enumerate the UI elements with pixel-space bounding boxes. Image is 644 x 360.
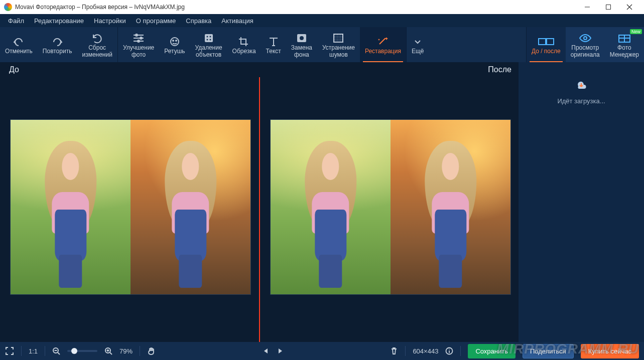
compare-divider[interactable] [259,77,260,342]
undo-button[interactable]: Отменить [0,27,38,62]
chevron-down-icon [413,35,422,48]
noise-label-1: Устранение [322,45,355,52]
svg-point-12 [176,40,177,41]
redo-icon [51,35,63,48]
remove-label-2: объектов [196,52,221,59]
svg-line-26 [379,38,385,44]
reset-changes-button[interactable]: Сброс изменений [77,27,117,62]
svg-line-34 [58,352,60,354]
svg-point-44 [449,349,450,350]
svg-marker-41 [279,348,282,353]
after-label: После [488,65,511,74]
titlebar: Movavi Фоторедактор – Пробная версия – I… [0,0,644,14]
redo-button[interactable]: Повторить [38,27,77,62]
svg-rect-28 [547,39,554,45]
more-button[interactable]: Ещё [407,27,429,62]
bg-label-2: фона [294,52,309,59]
reset-icon [91,32,103,45]
pan-hand-button[interactable] [147,346,156,355]
svg-point-15 [209,36,211,38]
menu-help[interactable]: Справка [181,16,216,26]
redo-label: Повторить [43,48,72,55]
undo-label: Отменить [5,48,33,55]
svg-point-7 [140,37,142,39]
crop-label: Обрезка [232,48,256,55]
before-image[interactable] [10,119,251,295]
after-image[interactable] [270,119,511,295]
status-bar: 1:1 79% 604×443 Сохранить Поделиться Куп… [0,342,644,360]
next-button[interactable] [277,347,284,354]
crop-icon [238,35,250,48]
zoom-slider[interactable] [67,350,97,352]
enhance-photo-button[interactable]: Улучшение фото [118,27,159,62]
retouch-button[interactable]: Ретушь [159,27,190,62]
manager-label-1: Фото [617,45,631,52]
minimize-button[interactable] [577,0,598,14]
restoration-button[interactable]: Реставрация [360,27,406,62]
svg-point-11 [173,40,174,41]
info-button[interactable] [445,347,453,355]
gallery-icon [618,32,631,45]
svg-point-29 [584,37,587,40]
undo-icon [13,35,25,48]
svg-rect-27 [539,39,546,45]
menu-file[interactable]: Файл [3,16,29,26]
zoom-percent: 79% [119,347,133,355]
noise-removal-button[interactable]: Устранение шумов [317,27,360,62]
before-label: До [9,65,19,74]
svg-point-16 [206,39,208,41]
menu-settings[interactable]: Настройки [89,16,131,26]
menu-about[interactable]: О программе [131,16,181,26]
text-icon [268,35,280,48]
reset-label-1: Сброс [88,45,106,52]
close-button[interactable] [619,0,640,14]
magic-wand-icon [376,35,390,48]
sliders-icon [132,32,145,45]
reset-label-2: изменений [82,52,112,59]
window-title: Movavi Фоторедактор – Пробная версия – I… [15,4,185,11]
menubar: Файл Редактирование Настройки О программ… [0,14,644,27]
canvas-area: До После [0,62,519,342]
new-badge: New [630,29,642,34]
compare-icon [538,35,555,48]
menu-edit[interactable]: Редактирование [29,16,89,26]
zoom-in-button[interactable] [104,347,112,355]
preview-original-button[interactable]: Просмотр оригинала [566,27,605,62]
bg-label-1: Замена [291,45,312,52]
svg-rect-1 [606,5,611,10]
enhance-label-1: Улучшение [123,45,154,52]
save-button[interactable]: Сохранить [468,344,516,358]
face-icon [169,35,181,48]
delete-button[interactable] [390,347,398,355]
svg-point-5 [136,34,138,36]
photo-manager-button[interactable]: New Фото Менеджер [605,27,644,62]
svg-rect-13 [205,34,213,42]
noise-icon [332,32,344,45]
prev-button[interactable] [263,347,270,354]
noise-label-2: шумов [329,52,348,59]
svg-point-10 [171,38,179,46]
svg-point-17 [209,39,211,41]
crop-button[interactable]: Обрезка [227,27,261,62]
zoom-ratio-button[interactable]: 1:1 [29,347,38,355]
before-after-button[interactable]: До / после [527,27,566,62]
before-after-label: До / после [532,48,561,55]
maximize-button[interactable] [598,0,619,14]
zoom-out-button[interactable] [52,347,60,355]
download-cloud-icon [574,79,588,90]
remove-label-1: Удаление [195,45,222,52]
retouch-label: Ретушь [164,48,185,55]
background-change-button[interactable]: Замена фона [286,27,317,62]
menu-activation[interactable]: Активация [216,16,258,26]
heal-icon [203,32,215,45]
share-button[interactable]: Поделиться [523,344,574,358]
eye-icon [579,32,592,45]
toolbar: Отменить Повторить Сброс изменений Улучш… [0,27,644,62]
fullscreen-button[interactable] [5,346,14,355]
object-removal-button[interactable]: Удаление объектов [190,27,227,62]
app-logo-icon [4,3,12,11]
text-button[interactable]: Текст [261,27,286,62]
manager-label-2: Менеджер [610,52,639,59]
buy-button[interactable]: Купить сейчас [581,344,639,358]
svg-rect-25 [334,34,343,42]
